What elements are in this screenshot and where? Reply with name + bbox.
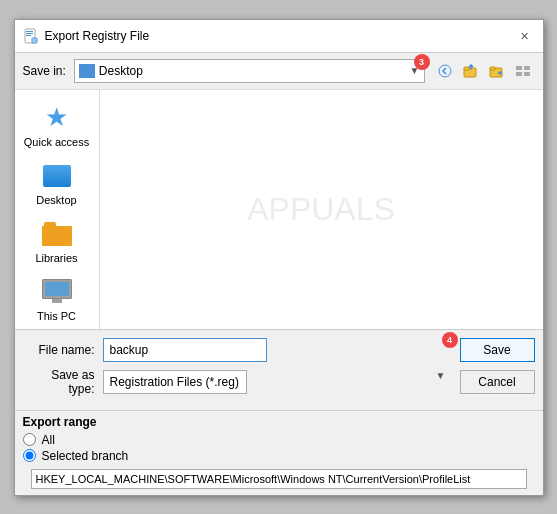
desktop-folder-icon <box>41 160 73 192</box>
svg-rect-8 <box>464 67 469 70</box>
select-arrow-icon: ▼ <box>436 370 446 381</box>
libraries-label: Libraries <box>35 252 77 264</box>
watermark: APPUALS <box>247 191 395 228</box>
export-range-title: Export range <box>23 415 535 429</box>
sidebar-item-this-pc[interactable]: This PC <box>19 272 94 326</box>
new-folder-icon <box>489 64 505 78</box>
save-as-type-wrap: Registration Files (*.reg) All Files (*.… <box>103 370 452 394</box>
selected-branch-radio-row: Selected branch <box>23 449 535 463</box>
save-as-type-label: Save as type: <box>23 368 103 396</box>
sidebar-item-libraries[interactable]: Libraries <box>19 214 94 268</box>
quick-access-label: Quick access <box>24 136 89 148</box>
save-in-value: Desktop <box>99 64 406 78</box>
title-bar-left: R Export Registry File <box>23 28 150 44</box>
svg-rect-3 <box>26 35 31 36</box>
views-button[interactable] <box>511 59 535 83</box>
this-pc-label: This PC <box>37 310 76 322</box>
quick-access-icon: ★ <box>41 102 73 134</box>
bottom-fields: File name: 4 Save Save as type: Registra… <box>15 330 543 410</box>
file-name-label: File name: <box>23 343 103 357</box>
save-button[interactable]: Save <box>460 338 535 362</box>
svg-rect-11 <box>516 66 522 70</box>
toolbar-row: Save in: Desktop ▼ 3 <box>15 53 543 90</box>
export-range-section: Export range All Selected branch <box>15 410 543 495</box>
file-name-row: File name: 4 Save <box>23 338 535 362</box>
cancel-button[interactable]: Cancel <box>460 370 535 394</box>
all-radio[interactable] <box>23 433 36 446</box>
save-as-type-select[interactable]: Registration Files (*.reg) All Files (*.… <box>103 370 247 394</box>
all-radio-label[interactable]: All <box>42 433 55 447</box>
dialog-title: Export Registry File <box>45 29 150 43</box>
desktop-label: Desktop <box>36 194 76 206</box>
save-in-label: Save in: <box>23 64 66 78</box>
save-in-dropdown[interactable]: Desktop ▼ 3 <box>74 59 425 83</box>
save-cancel-buttons: Save <box>460 338 535 362</box>
selected-branch-radio-label[interactable]: Selected branch <box>42 449 129 463</box>
file-name-badge: 4 <box>442 332 458 348</box>
content-area: ★ Quick access Desktop Libraries <box>15 90 543 330</box>
back-icon <box>438 64 452 78</box>
sidebar-item-desktop[interactable]: Desktop <box>19 156 94 210</box>
svg-rect-14 <box>524 72 530 76</box>
up-folder-button[interactable] <box>459 59 483 83</box>
this-pc-icon <box>41 276 73 308</box>
views-icon <box>515 64 531 78</box>
export-registry-dialog: R Export Registry File × Save in: Deskto… <box>14 19 544 496</box>
svg-rect-2 <box>26 33 33 34</box>
file-name-input[interactable] <box>103 338 267 362</box>
cancel-button-wrap: Cancel <box>460 370 535 394</box>
selected-branch-radio[interactable] <box>23 449 36 462</box>
sidebar: ★ Quick access Desktop Libraries <box>15 90 100 329</box>
up-folder-icon <box>463 64 479 78</box>
close-button[interactable]: × <box>515 26 535 46</box>
all-radio-row: All <box>23 433 535 447</box>
title-bar: R Export Registry File × <box>15 20 543 53</box>
save-as-type-row: Save as type: Registration Files (*.reg)… <box>23 368 535 396</box>
folder-icon <box>79 64 95 78</box>
file-browser-pane[interactable]: APPUALS <box>100 90 543 329</box>
svg-rect-10 <box>490 67 495 70</box>
svg-text:R: R <box>33 38 36 43</box>
back-button[interactable] <box>433 59 457 83</box>
registry-icon: R <box>23 28 39 44</box>
libraries-folder-icon <box>41 218 73 250</box>
svg-rect-1 <box>26 31 33 32</box>
toolbar-icons <box>433 59 535 83</box>
file-name-input-wrap: 4 <box>103 338 452 362</box>
branch-path-input[interactable] <box>31 469 527 489</box>
sidebar-item-quick-access[interactable]: ★ Quick access <box>19 98 94 152</box>
svg-point-6 <box>439 65 451 77</box>
svg-rect-13 <box>516 72 522 76</box>
save-in-badge: 3 <box>414 54 430 70</box>
svg-rect-12 <box>524 66 530 70</box>
new-folder-button[interactable] <box>485 59 509 83</box>
